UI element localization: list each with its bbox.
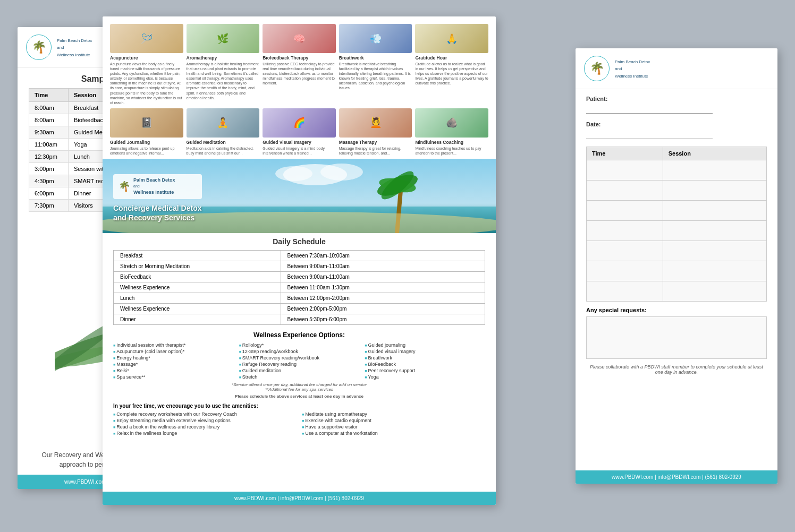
therapy-title: Guided Journaling [110, 140, 183, 145]
therapy-item: 🌈Guided Visual ImageryGuided visual imag… [263, 108, 336, 156]
wellness-cols: Individual session with therapist*Acupun… [113, 342, 485, 380]
therapy-img: 📓 [110, 108, 183, 138]
wellness-col: Rollology*12-Step reading/workbookSMART … [239, 342, 360, 380]
hero-tagline: Concierge Medical Detox and Recovery Ser… [113, 203, 202, 222]
table-cell: 7:30pm [29, 200, 69, 212]
wellness-item: BioFeedback [365, 361, 485, 367]
session-cell [663, 181, 766, 201]
therapy-item: 🪡AcupunctureAcupuncture views the body a… [110, 24, 183, 105]
hero-tagline-line2: and Recovery Services [113, 213, 194, 222]
daily-row: BreakfastBetween 7:30am-10:00am [114, 251, 485, 261]
footnote-2: **Additional fee for any spa services [265, 387, 333, 392]
scene: 🌴 Palm Beach Detox and Wellness Institut… [18, 16, 777, 516]
therapy-item: 🌿AromatherapyAromatherapy is a holistic … [187, 24, 260, 105]
therapy-img: 🌿 [187, 24, 260, 53]
wellness-col: Guided journalingGuided visual imageryBr… [365, 342, 485, 380]
date-input-line [586, 130, 713, 139]
therapy-item: 🪨Mindfulness CoachingMindfulness coachin… [415, 108, 488, 156]
right-logo: 🌴 [584, 56, 610, 81]
right-time-header: Time [587, 147, 663, 160]
therapy-desc: Mindfulness coaching teaches us to pay a… [415, 146, 488, 156]
daily-schedule-title: Daily Schedule [113, 237, 485, 246]
therapy-desc: Breathwork is meditative breathing facil… [339, 62, 412, 91]
therapy-img: 🙏 [415, 24, 488, 53]
time-header: Time [29, 89, 69, 102]
hero-section: 🌴 Palm Beach Detox and Wellness Institut… [103, 159, 496, 233]
amenity-item: Use a computer at the workstation [302, 430, 485, 436]
amenities-cols: Complete recovery worksheets with our Re… [113, 411, 485, 436]
wellness-item: Stretch [239, 374, 360, 380]
hero-brand-1: Palm Beach Detox [133, 177, 175, 183]
brand-name-1: Palm Beach Detox [57, 38, 92, 43]
wellness-item: Energy healing* [113, 355, 234, 361]
daily-cell: Between 9:00am-11:00am [281, 272, 485, 282]
wellness-item: Spa service** [113, 374, 234, 380]
therapy-desc: Massage therapy is great for relaxing, r… [339, 146, 412, 156]
table-row [587, 241, 767, 261]
daily-cell: Wellness Experience [114, 282, 281, 293]
daily-row: DinnerBetween 5:30pm-6:00pm [114, 314, 485, 325]
table-row [587, 201, 767, 221]
brand-name-3: Wellness Institute [57, 53, 90, 57]
right-brand-3: Wellness Institute [615, 74, 648, 79]
therapy-desc: Acupuncture views the body as a finely t… [110, 62, 183, 105]
session-cell [663, 241, 766, 261]
hero-overlay: 🌴 Palm Beach Detox and Wellness Institut… [113, 174, 202, 222]
hero-tagline-line1: Concierge Medical Detox [113, 204, 202, 212]
daily-row: BioFeedbackBetween 9:00am-11:00am [114, 272, 485, 282]
table-row [587, 160, 767, 181]
therapy-item: 🙏Gratitude HourGratitude allows us to re… [415, 24, 488, 105]
schedule-note: Please schedule the above services at le… [113, 394, 485, 399]
amenity-item: Meditate using aromatherapy [302, 411, 485, 417]
time-cell [587, 241, 663, 261]
middle-panel: 🪡AcupunctureAcupuncture views the body a… [103, 16, 496, 505]
therapy-img: 🧘 [187, 108, 260, 138]
therapy-title: Guided Visual Imagery [263, 140, 336, 145]
wellness-item: SMART Recovery reading/workbook [239, 355, 360, 361]
session-cell [663, 201, 766, 221]
footnote-1: *Service offered once per day, additiona… [232, 382, 367, 387]
wellness-item: Rollology* [239, 342, 360, 348]
right-logo-text: Palm Beach Detox and Wellness Institute [615, 58, 650, 79]
time-cell [587, 181, 663, 201]
time-cell [587, 221, 663, 241]
therapy-desc: Aromatherapy is a holistic healing treat… [187, 62, 260, 100]
special-requests-box [586, 316, 767, 359]
wellness-item: Reiki* [113, 367, 234, 374]
middle-footer: www.PBDWI.com | info@PBDWI.com | (561) 8… [103, 492, 496, 505]
amenity-item: Read a book in the wellness and recovery… [113, 424, 297, 430]
wellness-item: Guided journaling [365, 342, 485, 348]
wellness-item: Breathwork [365, 355, 485, 361]
therapy-item: 💨BreathworkBreathwork is meditative brea… [339, 24, 412, 105]
therapy-img: 💆 [339, 108, 412, 138]
therapy-desc: Utilizing passive EEG technology to prov… [263, 62, 336, 85]
daily-row: LunchBetween 12:00pm-2:00pm [114, 293, 485, 304]
therapy-img: 💨 [339, 24, 412, 53]
daily-cell: Breakfast [114, 251, 281, 261]
amenities-col: Meditate using aromatherapyExercise with… [302, 411, 485, 436]
session-cell [663, 261, 766, 281]
therapy-item: 💆Massage TherapyMassage therapy is great… [339, 108, 412, 156]
hero-brand-3: Wellness Institute [133, 190, 174, 195]
therapy-title: Guided Meditation [187, 140, 260, 145]
therapy-desc: Journaling allows us to release pent-up … [110, 146, 183, 156]
right-logo-icon: 🌴 [590, 62, 604, 75]
table-row [587, 261, 767, 281]
hero-brand-2: and [133, 184, 140, 188]
wellness-section: Wellness Experience Options: Individual … [103, 329, 496, 401]
right-brand-2: and [615, 66, 622, 71]
daily-cell: Between 11:00am-1:30pm [281, 282, 485, 293]
daily-cell: Between 7:30am-10:00am [281, 251, 485, 261]
daily-schedule-section: Daily Schedule BreakfastBetween 7:30am-1… [103, 233, 496, 329]
therapy-title: Mindfulness Coaching [415, 140, 488, 145]
patient-field-row: Patient: [586, 96, 767, 114]
special-requests-label: Any special requests: [586, 307, 767, 313]
daily-cell: Between 2:00pm-5:00pm [281, 304, 485, 314]
amenities-title: In your free time, we encourage you to u… [113, 403, 485, 409]
hero-bg: 🌴 Palm Beach Detox and Wellness Institut… [103, 159, 496, 233]
amenities-section: In your free time, we encourage you to u… [103, 401, 496, 439]
therapy-img: 🌈 [263, 108, 336, 138]
therapy-title: Gratitude Hour [415, 55, 488, 61]
patient-input-line [586, 104, 713, 114]
daily-row: Stretch or Morning MeditationBetween 9:0… [114, 261, 485, 272]
